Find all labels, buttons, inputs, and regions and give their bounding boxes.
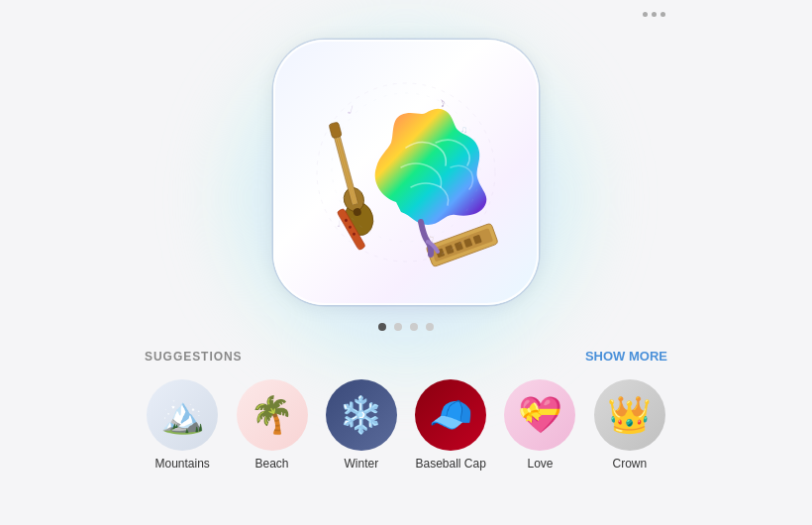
suggestions-title: SUGGESTIONS (145, 350, 243, 364)
svg-text:♪: ♪ (437, 93, 449, 110)
suggestion-item-baseball-cap[interactable]: 🧢Baseball Cap (413, 379, 488, 471)
brain-illustration: ♪ ♫ ♩ ♪ ♫ ♩ (287, 53, 525, 291)
page-dot-2[interactable] (394, 323, 402, 331)
show-more-button[interactable]: SHOW MORE (585, 349, 667, 364)
suggestion-label-beach: Beach (254, 457, 288, 471)
page-dot-4[interactable] (426, 323, 434, 331)
svg-text:♩: ♩ (337, 219, 341, 229)
suggestion-label-crown: Crown (612, 457, 647, 471)
suggestion-item-love[interactable]: 💝Love (502, 379, 577, 471)
harmonica-icon (426, 223, 498, 267)
suggestion-icon-crown: 👑 (594, 379, 665, 451)
suggestion-item-crown[interactable]: 👑Crown (592, 379, 667, 471)
suggestion-icon-winter: ❄️ (326, 379, 397, 451)
page-dot-3[interactable] (410, 323, 418, 331)
suggestions-section: SUGGESTIONS SHOW MORE 🏔️Mountains🌴Beach❄… (129, 349, 683, 471)
dot-2 (652, 12, 657, 17)
more-options-button[interactable] (643, 12, 665, 17)
page-dot-1[interactable] (378, 323, 386, 331)
suggestion-label-baseball-cap: Baseball Cap (415, 457, 485, 471)
suggestion-item-beach[interactable]: 🌴Beach (234, 379, 309, 471)
suggestion-label-mountains: Mountains (154, 457, 209, 471)
suggestion-item-mountains[interactable]: 🏔️Mountains (145, 379, 220, 471)
svg-text:♩: ♩ (346, 102, 355, 117)
suggestion-icon-baseball-cap: 🧢 (415, 379, 486, 451)
suggestion-icon-love: 💝 (504, 379, 575, 451)
suggestion-icon-beach: 🌴 (237, 379, 308, 451)
main-content: ♪ ♫ ♩ ♪ ♫ ♩ (0, 0, 812, 471)
brain-svg: ♪ ♫ ♩ ♪ ♫ ♩ (287, 53, 525, 291)
app-icon-card: ♪ ♫ ♩ ♪ ♫ ♩ (273, 40, 539, 305)
suggestions-grid: 🏔️Mountains🌴Beach❄️Winter🧢Baseball Cap💝L… (145, 379, 667, 471)
dot-1 (643, 12, 648, 17)
suggestions-header: SUGGESTIONS SHOW MORE (145, 349, 667, 364)
suggestion-label-winter: Winter (345, 457, 379, 471)
carousel-pagination (378, 323, 434, 331)
suggestion-label-love: Love (527, 457, 553, 471)
suggestion-item-winter[interactable]: ❄️Winter (324, 379, 399, 471)
suggestion-icon-mountains: 🏔️ (147, 379, 218, 451)
dot-3 (660, 12, 665, 17)
